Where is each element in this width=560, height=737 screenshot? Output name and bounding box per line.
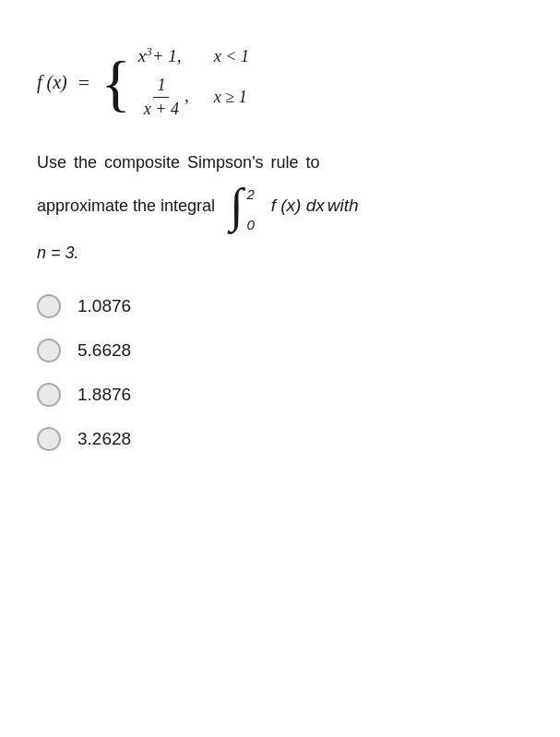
option-1-label: 1.0876: [77, 296, 131, 316]
option-2[interactable]: 5.6628: [37, 339, 523, 363]
approximate-text: approximate the integral: [37, 190, 215, 221]
piece2-expr: 1 x + 4 ,: [138, 76, 203, 119]
radio-1[interactable]: [37, 294, 61, 318]
problem-text: Use the composite Simpson's rule to appr…: [37, 147, 523, 268]
piecewise-cases: x3+ 1, x < 1 1 x + 4 , x ≥ 1: [138, 46, 249, 119]
option-2-label: 5.6628: [77, 340, 131, 361]
integral-func: f (x) dx: [271, 189, 325, 222]
word-rule: rule: [271, 147, 299, 178]
piecewise-container: { x3+ 1, x < 1 1 x + 4 , x ≥ 1: [101, 46, 249, 119]
fraction-1: 1 x + 4: [140, 76, 183, 119]
piece-1: x3+ 1, x < 1: [138, 46, 249, 66]
answer-options: 1.0876 5.6628 1.8876 3.2628: [37, 294, 523, 451]
word-composite: composite: [104, 147, 180, 178]
integral-symbol-container: ∫ 2 0: [230, 182, 256, 230]
piece1-expr: x3+ 1,: [138, 46, 203, 66]
equals-sign: =: [78, 71, 89, 95]
integral-expression: f (x) dx with: [271, 189, 359, 222]
piece-2: 1 x + 4 , x ≥ 1: [138, 76, 249, 119]
integral-sign: ∫: [230, 182, 243, 230]
radio-2[interactable]: [37, 339, 61, 363]
with-word: with: [328, 189, 359, 222]
word-the: the: [74, 147, 97, 178]
radio-3[interactable]: [37, 383, 61, 407]
option-1[interactable]: 1.0876: [37, 294, 523, 318]
option-3[interactable]: 1.8876: [37, 383, 523, 407]
word-use: Use: [37, 147, 66, 178]
piece1-condition: x < 1: [214, 47, 249, 66]
function-definition: f (x) = { x3+ 1, x < 1 1 x + 4 , x ≥ 1: [37, 46, 523, 119]
fraction-numer: 1: [153, 76, 169, 98]
integral-lower: 0: [246, 212, 254, 239]
option-4[interactable]: 3.2628: [37, 427, 523, 451]
integral-upper: 2: [246, 182, 254, 208]
piece2-condition: x ≥ 1: [214, 88, 247, 107]
word-simpsons: Simpson's: [187, 147, 263, 178]
piece2-comma: ,: [185, 86, 189, 105]
option-4-label: 3.2628: [77, 429, 131, 449]
integral-limits: 2 0: [246, 182, 254, 230]
n-equation: n = 3.: [37, 237, 523, 268]
word-to: to: [306, 147, 320, 178]
radio-4[interactable]: [37, 427, 61, 451]
superscript-3: 3: [146, 44, 152, 58]
fraction-denom: x + 4: [140, 98, 183, 119]
left-brace: {: [101, 46, 131, 119]
problem-line1: Use the composite Simpson's rule to: [37, 147, 523, 178]
function-label: f (x): [37, 72, 67, 93]
option-3-label: 1.8876: [77, 385, 131, 405]
problem-line2: approximate the integral ∫ 2 0 f (x) dx …: [37, 182, 523, 230]
